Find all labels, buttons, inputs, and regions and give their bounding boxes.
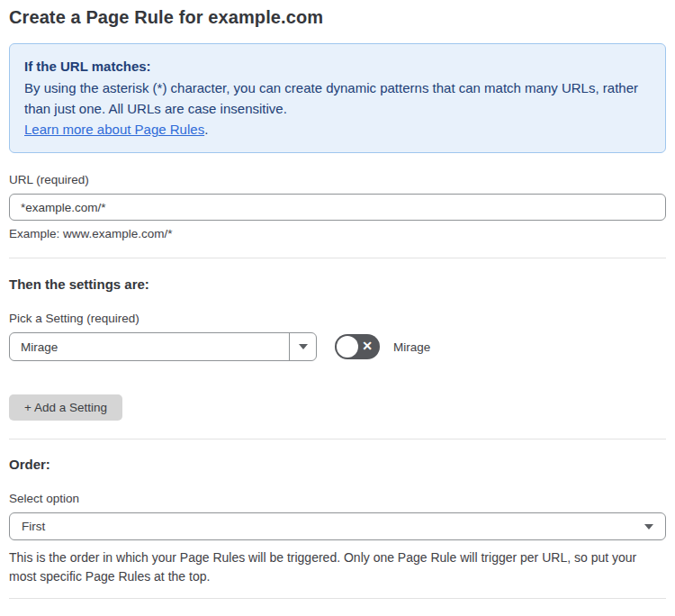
settings-section-heading: Then the settings are: xyxy=(9,276,666,292)
chevron-down-icon xyxy=(299,344,308,349)
order-description: This is the order in which your Page Rul… xyxy=(9,548,666,586)
footer-divider xyxy=(9,598,666,599)
create-page-rule-panel: Create a Page Rule for example.com If th… xyxy=(0,0,675,616)
section-divider xyxy=(9,439,666,439)
order-section-heading: Order: xyxy=(9,457,666,472)
chevron-down-icon xyxy=(644,524,653,530)
mirage-toggle[interactable]: ✕ xyxy=(335,334,380,359)
setting-select[interactable]: Mirage xyxy=(9,332,317,361)
url-field-hint: Example: www.example.com/* xyxy=(9,227,666,240)
order-select-label: Select option xyxy=(9,492,666,505)
toggle-setting-label: Mirage xyxy=(393,340,430,354)
order-select[interactable]: First xyxy=(9,512,666,540)
learn-more-link[interactable]: Learn more about Page Rules xyxy=(24,122,204,137)
setting-row: Mirage ✕ Mirage xyxy=(9,332,666,361)
toggle-off-x-icon: ✕ xyxy=(362,340,373,352)
info-box-heading: If the URL matches: xyxy=(24,56,651,77)
setting-select-value: Mirage xyxy=(10,333,289,360)
page-title: Create a Page Rule for example.com xyxy=(9,7,666,28)
info-box-body: By using the asterisk (*) character, you… xyxy=(24,77,651,119)
section-divider xyxy=(9,258,666,258)
url-field-label: URL (required) xyxy=(9,173,666,186)
toggle-knob xyxy=(337,336,358,358)
setting-select-arrow-button[interactable] xyxy=(289,333,316,360)
order-select-value: First xyxy=(22,520,45,533)
url-input[interactable] xyxy=(9,194,666,221)
add-setting-button[interactable]: + Add a Setting xyxy=(9,394,122,421)
link-period: . xyxy=(204,122,208,137)
setting-picker-label: Pick a Setting (required) xyxy=(9,312,666,325)
url-match-info-box: If the URL matches: By using the asteris… xyxy=(9,43,666,153)
info-box-link-line: Learn more about Page Rules. xyxy=(24,119,651,140)
